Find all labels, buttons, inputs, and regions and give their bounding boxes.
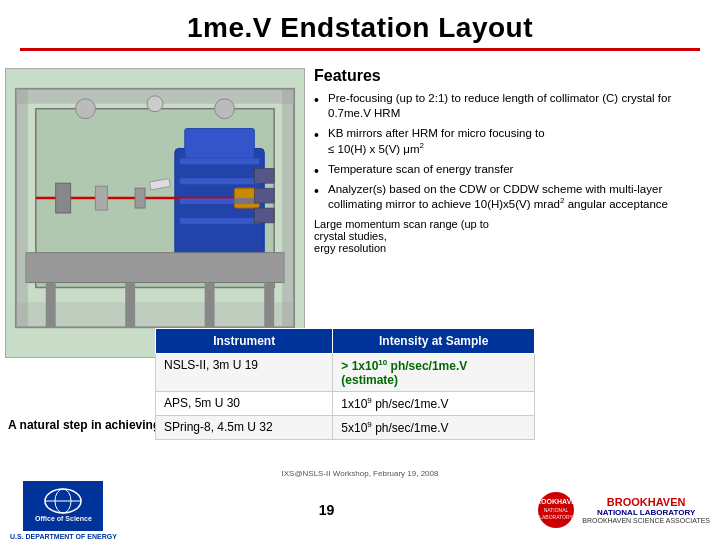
table-row: SPring-8, 4.5m U 32 5x109 ph/sec/1me.V <box>156 416 535 440</box>
equipment-image <box>5 68 305 358</box>
table-area: Instrument Intensity at Sample NSLS-II, … <box>155 328 555 440</box>
col-header-instrument: Instrument <box>156 329 333 354</box>
page-number: 19 <box>117 502 536 518</box>
feature-item-2: KB mirrors after HRM for micro focusing … <box>314 126 708 157</box>
data-table: Instrument Intensity at Sample NSLS-II, … <box>155 328 535 440</box>
svg-rect-15 <box>282 89 294 327</box>
bnl-icon: BROOKHAVEN NATIONAL LABORATORY <box>536 490 576 530</box>
svg-text:NATIONAL: NATIONAL <box>544 507 569 513</box>
svg-rect-25 <box>180 198 259 204</box>
extra-text: Large momentum scan range (up to crystal… <box>314 218 708 254</box>
svg-rect-18 <box>205 283 215 328</box>
office-of-science-logo: Office of Science U.S. DEPARTMENT OF ENE… <box>10 481 117 540</box>
svg-rect-24 <box>180 178 259 184</box>
svg-rect-4 <box>185 129 255 159</box>
svg-rect-17 <box>125 283 135 328</box>
instrument-cell: NSLS-II, 3m U 19 <box>156 354 333 392</box>
image-area <box>0 63 310 373</box>
feature-item-1: Pre-focusing (up to 2:1) to reduce lengt… <box>314 91 708 121</box>
svg-rect-27 <box>254 168 274 183</box>
bnl-assoc: BROOKHAVEN SCIENCE ASSOCIATES <box>582 517 710 524</box>
feature-item-3: Temperature scan of energy transfer <box>314 162 708 177</box>
svg-point-20 <box>76 99 96 119</box>
svg-rect-23 <box>180 158 259 164</box>
instrument-cell: SPring-8, 4.5m U 32 <box>156 416 333 440</box>
intensity-cell: > 1x1010 ph/sec/1me.V(estimate) <box>333 354 535 392</box>
os-logo-box: Office of Science <box>23 481 103 531</box>
svg-rect-14 <box>16 89 28 327</box>
svg-rect-26 <box>180 218 259 224</box>
intensity-cell: 5x109 ph/sec/1me.V <box>333 416 535 440</box>
us-doe-text: U.S. DEPARTMENT OF ENERGY <box>10 533 117 540</box>
os-logo-text: Office of Science <box>35 514 92 523</box>
bottom-area: Office of Science U.S. DEPARTMENT OF ENE… <box>0 480 720 540</box>
title-underline <box>20 48 700 51</box>
col-header-intensity: Intensity at Sample <box>333 329 535 354</box>
feature-item-4: Analyzer(s) based on the CDW or CDDW sch… <box>314 182 708 213</box>
svg-rect-7 <box>56 183 71 213</box>
svg-rect-28 <box>254 188 274 203</box>
bnl-lab: NATIONAL LABORATORY <box>582 508 710 517</box>
svg-rect-8 <box>95 186 107 210</box>
svg-point-22 <box>215 99 235 119</box>
slide-container: 1me.V Endstation Layout <box>0 0 720 540</box>
slide-title: 1me.V Endstation Layout <box>20 12 700 44</box>
instrument-cell: APS, 5m U 30 <box>156 392 333 416</box>
svg-rect-19 <box>264 283 274 328</box>
svg-rect-13 <box>16 302 294 327</box>
svg-rect-9 <box>135 188 145 208</box>
features-heading: Features <box>314 67 708 85</box>
bottom-caption: IXS@NSLS-II Workshop, February 19, 2008 <box>282 469 439 478</box>
table-row: NSLS-II, 3m U 19 > 1x1010 ph/sec/1me.V(e… <box>156 354 535 392</box>
svg-rect-29 <box>254 208 274 223</box>
table-row: APS, 5m U 30 1x109 ph/sec/1me.V <box>156 392 535 416</box>
intensity-cell: 1x109 ph/sec/1me.V <box>333 392 535 416</box>
svg-rect-16 <box>46 283 56 328</box>
bnl-name: BROOKHAVEN <box>582 496 710 508</box>
svg-point-21 <box>147 96 163 112</box>
svg-text:LABORATORY: LABORATORY <box>539 514 573 520</box>
features-list: Pre-focusing (up to 2:1) to reduce lengt… <box>314 91 708 212</box>
svg-text:BROOKHAVEN: BROOKHAVEN <box>536 498 576 505</box>
svg-rect-5 <box>26 253 284 283</box>
brookhaven-logo: BROOKHAVEN NATIONAL LABORATORY BROOKHAVE… <box>536 490 710 530</box>
title-area: 1me.V Endstation Layout <box>0 0 720 57</box>
